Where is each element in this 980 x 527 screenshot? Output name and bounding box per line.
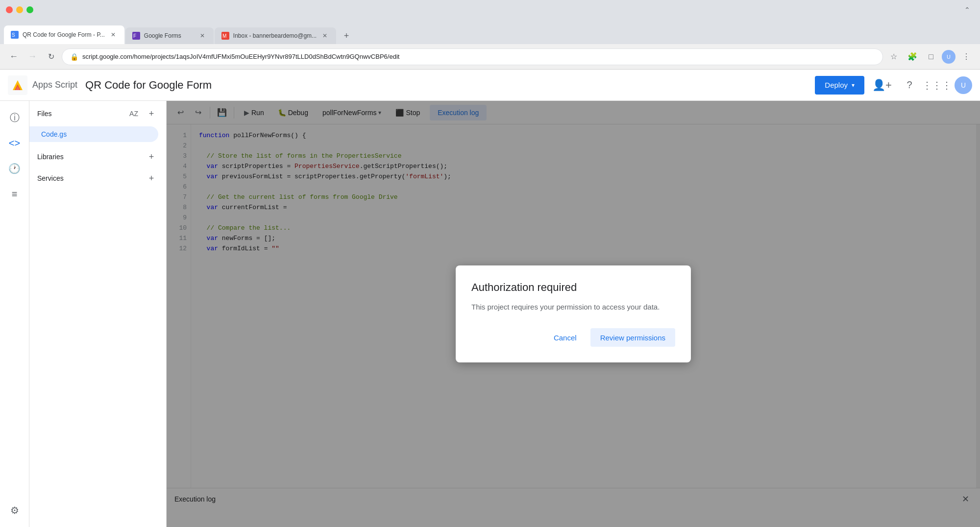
tab-apps-script[interactable]: S QR Code for Google Form - P... ✕ <box>4 25 124 44</box>
clock-icon-btn[interactable]: 🕐 <box>4 158 25 179</box>
user-avatar[interactable]: U <box>942 50 956 64</box>
deploy-button[interactable]: Deploy ▾ <box>815 76 864 95</box>
modal-actions: Cancel Review permissions <box>471 328 675 347</box>
lock-icon: 🔒 <box>70 53 78 61</box>
svg-text:M: M <box>222 33 226 39</box>
app-name: Apps Script <box>32 80 77 90</box>
minimize-traffic-light[interactable] <box>16 6 23 13</box>
sort-button[interactable]: AZ <box>127 107 141 120</box>
tab-gmail[interactable]: M Inbox - bannerbeardemo@gm... ✕ <box>215 27 336 44</box>
new-tab-button[interactable]: + <box>338 27 355 44</box>
add-service-button[interactable]: + <box>145 171 158 185</box>
add-file-button[interactable]: + <box>145 107 158 120</box>
svg-text:F: F <box>133 33 136 39</box>
tab3-close[interactable]: ✕ <box>320 31 329 40</box>
svg-text:S: S <box>12 32 15 38</box>
forward-button[interactable]: → <box>24 49 40 65</box>
add-library-button[interactable]: + <box>145 150 158 164</box>
tab-google-forms[interactable]: F Google Forms ✕ <box>125 27 214 44</box>
file-sidebar: Files AZ + Code.gs Libraries + Services … <box>29 101 167 527</box>
editor-content-wrapper: ↩ ↪ 💾 ▶ Run 🐛 Debug pollForNewForms ▾ <box>167 101 980 527</box>
editor-layout: ⓘ <> 🕐 ≡ ⚙ Files AZ + Code.gs Libraries … <box>0 101 980 527</box>
files-label: Files <box>37 110 123 118</box>
tab3-icon: M <box>221 32 229 40</box>
tab2-title: Google Forms <box>144 32 194 39</box>
extensions-button[interactable]: 🧩 <box>905 49 920 65</box>
modal-dialog: Authorization required This project requ… <box>456 265 691 363</box>
modal-title: Authorization required <box>471 281 675 294</box>
app-header: Apps Script QR Code for Google Form Depl… <box>0 70 980 101</box>
tabs-bar: S QR Code for Google Form - P... ✕ F Goo… <box>0 20 980 44</box>
header-avatar[interactable]: U <box>955 76 972 94</box>
app-container: Apps Script QR Code for Google Form Depl… <box>0 70 980 527</box>
help-button[interactable]: ? <box>900 75 919 95</box>
triggers-icon-btn[interactable]: ≡ <box>4 183 25 205</box>
address-bar-row: ← → ↻ 🔒 script.google.com/home/projects/… <box>0 44 980 70</box>
tab2-icon: F <box>132 32 140 40</box>
modal-overlay: Authorization required This project requ… <box>167 101 980 527</box>
libraries-label: Libraries <box>37 153 141 161</box>
services-section-header: Services + <box>29 168 166 189</box>
title-bar: ⌃ <box>0 0 980 20</box>
files-header: Files AZ + <box>29 101 166 126</box>
apps-script-logo: Apps Script <box>8 75 77 95</box>
deploy-chevron-icon: ▾ <box>852 82 855 89</box>
review-permissions-button[interactable]: Review permissions <box>590 328 675 347</box>
tab3-title: Inbox - bannerbeardemo@gm... <box>233 32 317 39</box>
tab2-close[interactable]: ✕ <box>198 31 207 40</box>
address-input[interactable]: 🔒 script.google.com/home/projects/1aqsJo… <box>62 48 883 65</box>
close-traffic-light[interactable] <box>6 6 13 13</box>
logo-icon <box>8 75 27 95</box>
browser-chrome: ⌃ S QR Code for Google Form - P... ✕ F G… <box>0 0 980 70</box>
modal-body: This project requires your permission to… <box>471 302 675 313</box>
icon-sidebar: ⓘ <> 🕐 ≡ ⚙ <box>0 101 29 527</box>
file-item-code[interactable]: Code.gs <box>29 126 158 142</box>
deploy-label: Deploy <box>825 81 848 89</box>
code-icon-btn[interactable]: <> <box>4 132 25 154</box>
profile-button[interactable]: □ <box>923 49 939 65</box>
tab1-icon: S <box>11 31 19 39</box>
tab1-title: QR Code for Google Form - P... <box>23 31 105 38</box>
services-label: Services <box>37 174 141 182</box>
apps-grid-button[interactable]: ⋮⋮⋮ <box>927 75 947 95</box>
tab1-close[interactable]: ✕ <box>109 30 118 39</box>
maximize-traffic-light[interactable] <box>26 6 33 13</box>
active-file-name: Code.gs <box>41 130 67 138</box>
add-user-button[interactable]: 👤+ <box>872 75 892 95</box>
reload-button[interactable]: ↻ <box>43 49 59 65</box>
overview-icon-btn[interactable]: ⓘ <box>4 107 25 128</box>
project-title: QR Code for Google Form <box>85 79 212 92</box>
bookmark-button[interactable]: ☆ <box>886 49 902 65</box>
settings-icon-btn[interactable]: ⚙ <box>4 500 25 521</box>
back-button[interactable]: ← <box>6 49 22 65</box>
browser-menu-button[interactable]: ⋮ <box>958 49 974 65</box>
browser-menu-icon[interactable]: ⌃ <box>964 6 970 14</box>
cancel-button[interactable]: Cancel <box>544 328 587 347</box>
libraries-section-header: Libraries + <box>29 146 166 168</box>
traffic-lights <box>6 6 33 13</box>
address-text: script.google.com/home/projects/1aqsJoIV… <box>82 53 399 60</box>
